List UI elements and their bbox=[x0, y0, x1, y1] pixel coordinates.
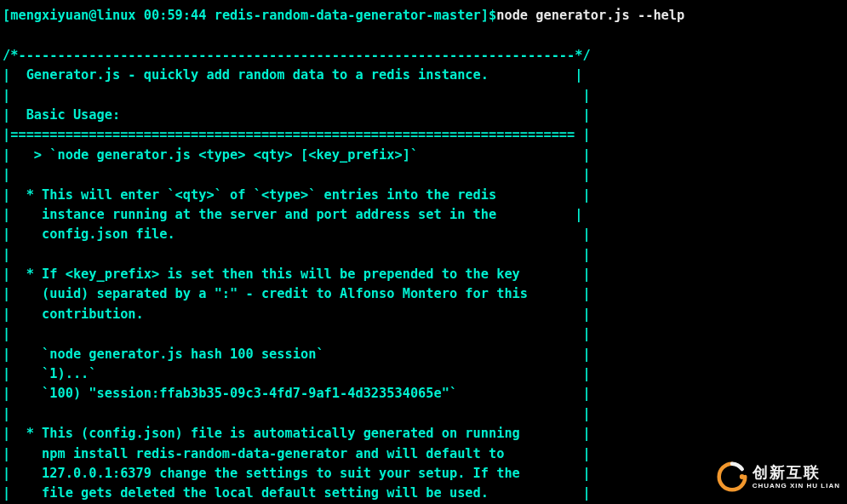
watermark-text: 创新互联 CHUANG XIN HU LIAN bbox=[753, 464, 840, 490]
watermark-en: CHUANG XIN HU LIAN bbox=[753, 482, 840, 490]
prompt-time: 00:59:44 bbox=[144, 8, 215, 23]
watermark-cn: 创新互联 bbox=[753, 464, 840, 482]
shell-prompt: [mengxiyuan@linux 00:59:44 redis-random-… bbox=[3, 8, 684, 23]
svg-point-0 bbox=[739, 474, 744, 479]
typed-command: node generator.js --help bbox=[496, 8, 684, 23]
logo-icon bbox=[717, 461, 747, 492]
command-output: /*--------------------------------------… bbox=[3, 48, 591, 501]
terminal-output[interactable]: [mengxiyuan@linux 00:59:44 redis-random-… bbox=[0, 0, 847, 504]
watermark: 创新互联 CHUANG XIN HU LIAN bbox=[717, 461, 840, 492]
prompt-user-host: [mengxiyuan@linux bbox=[3, 8, 144, 23]
prompt-dir: redis-random-data-generator-master]$ bbox=[215, 8, 497, 23]
